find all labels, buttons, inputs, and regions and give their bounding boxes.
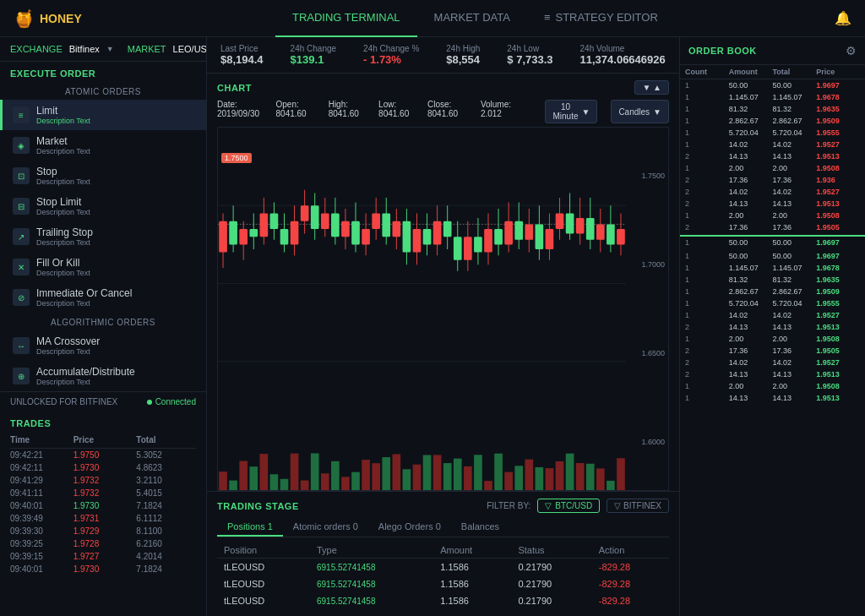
order-book: ORDER BOOK ⚙ Count Amount Total Price 15… xyxy=(679,37,865,616)
ob-row[interactable]: 15.720.045.720.041.9555 xyxy=(680,127,865,139)
tab-positions[interactable]: Positions 1 xyxy=(217,518,283,537)
y-label-2: 1.7000 xyxy=(629,260,665,269)
svg-rect-88 xyxy=(260,454,269,490)
stage-table-body: tLEOUSD6915.527414581.15860.21790-829.28… xyxy=(217,559,669,610)
order-accumulate[interactable]: ⊕ Accumulate/Distribute Description Text xyxy=(0,361,206,391)
ob-row[interactable]: 214.1314.131.9513 xyxy=(680,150,865,162)
ob-row[interactable]: 150.0050.001.9697 xyxy=(680,79,865,91)
pos-amount: 1.1586 xyxy=(433,559,511,576)
order-ma-crossover[interactable]: ↔ MA Crossover Description Text xyxy=(0,330,206,361)
trade-time: 09:40:01 xyxy=(10,564,70,574)
table-row: tLEOUSD6915.527414581.15860.21790-829.28 xyxy=(217,592,669,609)
pos-action: -829.28 xyxy=(592,575,669,592)
order-stop[interactable]: ⊡ Stop Description Text xyxy=(0,161,206,191)
ob-row[interactable]: 214.1314.131.9513 xyxy=(680,368,865,380)
trade-time: 09:41:11 xyxy=(10,488,70,498)
ma-icon: ↔ xyxy=(13,337,30,354)
ob-row[interactable]: 15.720.045.720.041.9555 xyxy=(680,297,865,309)
ob-row[interactable]: 181.3281.321.9635 xyxy=(680,103,865,115)
stage-tabs: Positions 1 Atomic orders 0 Alego Orders… xyxy=(217,518,669,537)
svg-rect-5 xyxy=(219,221,227,253)
tab-strategy-editor[interactable]: ≡ STRATEGY EDITOR xyxy=(527,0,675,37)
svg-rect-41 xyxy=(403,221,411,253)
acc-name: Accumulate/Distribute xyxy=(36,366,135,378)
ob-row[interactable]: 181.3281.321.9635 xyxy=(680,274,865,286)
ob-row[interactable]: 214.0214.021.9527 xyxy=(680,357,865,368)
svg-rect-89 xyxy=(270,474,279,490)
trade-time: 09:39:30 xyxy=(10,526,70,536)
ob-row[interactable]: 214.1314.131.9513 xyxy=(680,198,865,210)
filter-btc-btn[interactable]: ▽ BTC/USD xyxy=(537,499,600,513)
candles-btn[interactable]: Candles ▼ xyxy=(611,100,669,123)
order-fill-or-kill[interactable]: ✕ Fill Or Kill Description Text xyxy=(0,252,206,282)
stop-icon: ⊡ xyxy=(13,167,30,184)
exchange-dropdown-icon[interactable]: ▼ xyxy=(106,45,114,53)
trade-time: 09:39:25 xyxy=(10,539,70,548)
order-ioc[interactable]: ⊘ Immediate Or Cancel Description Text xyxy=(0,282,206,313)
trades-col-price: Price xyxy=(73,435,133,444)
collapse-btn[interactable]: ▼ ▲ xyxy=(634,80,669,95)
ob-row[interactable]: 217.3617.361.9505 xyxy=(680,221,865,233)
last-price-label: Last Price xyxy=(220,44,264,53)
logo-text: HONEY xyxy=(40,12,82,25)
tab-market-data[interactable]: MARKET DATA xyxy=(417,0,527,37)
ob-col-price: Price xyxy=(816,68,860,76)
ob-row[interactable]: 150.0050.001.9697 xyxy=(680,250,865,262)
chart-section: CHART ▼ ▲ Date: 2019/09/30 Open: 8041.60… xyxy=(207,74,679,491)
table-row: tLEOUSD6915.527414581.15860.21790-829.28 xyxy=(217,559,669,576)
ob-row[interactable]: 12.862.672.862.671.9509 xyxy=(680,286,865,297)
ob-settings-icon[interactable]: ⚙ xyxy=(846,44,857,57)
interval-btn[interactable]: 10 Minute ▼ xyxy=(545,100,597,123)
svg-rect-7 xyxy=(229,221,237,245)
tab-trading-terminal[interactable]: TRADING TERMINAL xyxy=(275,0,417,37)
ob-row[interactable]: 217.3617.361.9505 xyxy=(680,345,865,357)
ob-row[interactable]: 214.1314.131.9513 xyxy=(680,321,865,333)
pos-pair: tLEOUSD xyxy=(217,575,310,592)
ob-row[interactable]: 114.0214.021.9527 xyxy=(680,139,865,150)
trade-total: 6.2160 xyxy=(136,539,196,548)
svg-rect-86 xyxy=(239,461,248,490)
chart-title: CHART xyxy=(217,83,252,93)
svg-rect-55 xyxy=(474,237,482,252)
tab-atomic-orders[interactable]: Atomic orders 0 xyxy=(283,518,368,537)
order-trailing-stop[interactable]: ↗ Trailing Stop Description Text xyxy=(0,221,206,252)
tab-balances[interactable]: Balances xyxy=(451,518,509,537)
ob-row[interactable]: 12.002.001.9508 xyxy=(680,210,865,221)
ob-row[interactable]: 217.3617.361.936 xyxy=(680,174,865,186)
ob-row[interactable]: 12.862.672.862.671.9509 xyxy=(680,115,865,127)
trade-time: 09:39:15 xyxy=(10,552,70,561)
col-position: Position xyxy=(217,542,310,559)
trade-total: 3.2110 xyxy=(136,476,196,485)
ob-row[interactable]: 114.1314.131.9513 xyxy=(680,392,865,404)
ob-row[interactable]: 114.0214.021.9527 xyxy=(680,309,865,321)
svg-rect-102 xyxy=(403,469,411,490)
svg-rect-21 xyxy=(301,205,309,221)
limit-icon: ≡ xyxy=(13,106,30,123)
atomic-orders-title: ATOMIC ORDERS xyxy=(0,82,206,100)
notification-bell-icon[interactable]: 🔔 xyxy=(835,10,851,26)
order-stop-desc: Description Text xyxy=(36,177,90,186)
svg-rect-123 xyxy=(617,458,625,490)
chart-info: Date: 2019/09/30 Open: 8041.60 High: 804… xyxy=(217,98,669,127)
ob-row[interactable]: 12.002.001.9508 xyxy=(680,333,865,345)
filter-bitfinex-btn[interactable]: ▽ BITFINEX xyxy=(607,499,669,513)
order-limit[interactable]: ≡ Limit Description Text xyxy=(0,100,206,130)
candlestick-chart xyxy=(218,128,626,439)
trade-price: 1.9750 xyxy=(73,450,133,460)
svg-rect-61 xyxy=(504,221,513,245)
y-axis: 1.7500 1.7000 1.6500 1.6000 xyxy=(626,128,668,490)
svg-rect-95 xyxy=(331,461,340,490)
ob-row[interactable]: 12.002.001.9508 xyxy=(680,162,865,174)
order-stop-limit[interactable]: ⊟ Stop Limit Description Text xyxy=(0,191,206,221)
svg-rect-43 xyxy=(413,229,422,253)
ob-row[interactable]: 11.145.071.145.071.9678 xyxy=(680,91,865,103)
svg-rect-104 xyxy=(423,455,432,490)
trade-total: 4.2014 xyxy=(136,552,196,561)
order-market[interactable]: ◈ Market Description Text xyxy=(0,130,206,161)
ob-row[interactable]: 12.002.001.9508 xyxy=(680,380,865,392)
trades-col-time: Time xyxy=(10,435,70,444)
ob-row[interactable]: 11.145.071.145.071.9678 xyxy=(680,262,865,274)
tab-algo-orders[interactable]: Alego Orders 0 xyxy=(368,518,451,537)
svg-rect-57 xyxy=(484,229,492,253)
ob-row[interactable]: 214.0214.021.9527 xyxy=(680,186,865,198)
